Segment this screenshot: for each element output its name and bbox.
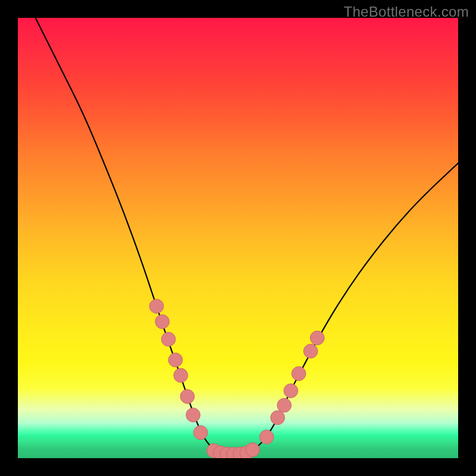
bottleneck-curve xyxy=(36,18,458,454)
marker-left-6 xyxy=(186,408,201,422)
marker-left-0 xyxy=(149,299,164,314)
marker-right-4 xyxy=(292,367,306,381)
marker-right-0 xyxy=(259,430,274,444)
marker-right-2 xyxy=(277,398,292,412)
marker-bottom-6 xyxy=(246,443,260,457)
plot-area xyxy=(18,18,458,458)
marker-left-1 xyxy=(155,315,170,329)
marker-left-3 xyxy=(168,353,183,367)
marker-right-5 xyxy=(303,344,318,358)
marker-right-6 xyxy=(310,331,324,345)
marker-left-5 xyxy=(180,390,195,404)
marker-left-2 xyxy=(161,332,176,346)
marker-left-4 xyxy=(174,368,188,383)
watermark-text: TheBottleneck.com xyxy=(343,4,469,20)
chart-svg xyxy=(18,18,458,458)
data-markers xyxy=(149,299,324,458)
marker-left-7 xyxy=(193,425,208,440)
marker-right-1 xyxy=(271,411,285,425)
chart-frame: TheBottleneck.com xyxy=(0,0,476,476)
marker-right-3 xyxy=(284,384,298,398)
